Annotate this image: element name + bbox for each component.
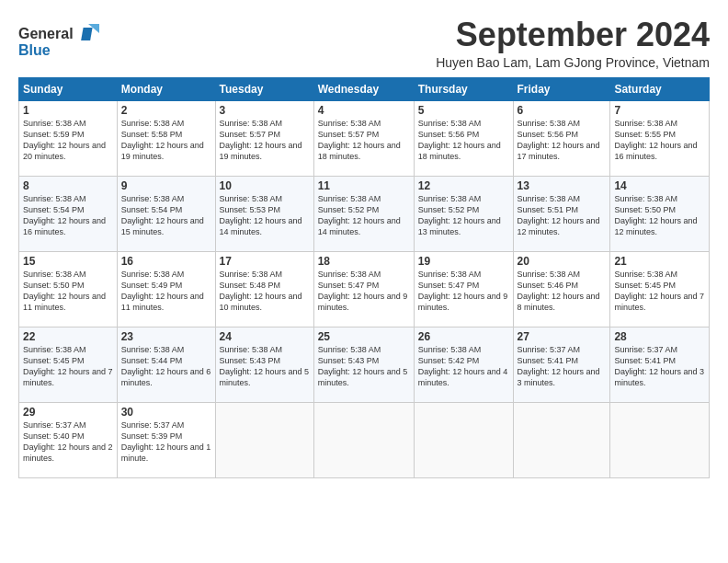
day-number: 14 bbox=[614, 179, 705, 192]
sunrise: Sunrise: 5:38 AM bbox=[614, 270, 677, 279]
day-cell: 16 Sunrise: 5:38 AM Sunset: 5:49 PM Dayl… bbox=[117, 251, 215, 327]
day-number: 24 bbox=[220, 330, 310, 343]
day-info: Sunrise: 5:37 AM Sunset: 5:39 PM Dayligh… bbox=[121, 419, 211, 465]
sunrise: Sunrise: 5:37 AM bbox=[23, 420, 86, 430]
sunset: Sunset: 5:40 PM bbox=[23, 431, 85, 441]
day-number: 21 bbox=[614, 255, 705, 268]
day-cell: 18 Sunrise: 5:38 AM Sunset: 5:47 PM Dayl… bbox=[313, 251, 414, 327]
daylight: Daylight: 12 hours and 15 minutes. bbox=[121, 216, 204, 236]
sunset: Sunset: 5:43 PM bbox=[318, 356, 380, 365]
day-info: Sunrise: 5:38 AM Sunset: 5:48 PM Dayligh… bbox=[220, 269, 310, 314]
svg-text:General: General bbox=[18, 26, 74, 41]
sunset: Sunset: 5:42 PM bbox=[418, 356, 480, 365]
month-title: September 2024 bbox=[436, 17, 710, 53]
day-cell: 12 Sunrise: 5:38 AM Sunset: 5:52 PM Dayl… bbox=[414, 176, 513, 251]
day-cell: 26 Sunrise: 5:38 AM Sunset: 5:42 PM Dayl… bbox=[414, 327, 513, 402]
sunset: Sunset: 5:49 PM bbox=[121, 281, 183, 290]
week-row-1: 1 Sunrise: 5:38 AM Sunset: 5:59 PM Dayli… bbox=[19, 100, 710, 176]
daylight: Daylight: 12 hours and 2 minutes. bbox=[23, 442, 113, 463]
day-number: 1 bbox=[23, 104, 113, 117]
sunset: Sunset: 5:45 PM bbox=[614, 281, 676, 290]
day-cell: 19 Sunrise: 5:38 AM Sunset: 5:47 PM Dayl… bbox=[414, 251, 513, 327]
sunset: Sunset: 5:44 PM bbox=[121, 356, 183, 365]
calendar-table: Sunday Monday Tuesday Wednesday Thursday… bbox=[18, 77, 710, 478]
day-number: 18 bbox=[318, 255, 410, 268]
sunset: Sunset: 5:54 PM bbox=[121, 205, 183, 214]
day-number: 30 bbox=[121, 406, 211, 419]
day-cell: 27 Sunrise: 5:37 AM Sunset: 5:41 PM Dayl… bbox=[513, 327, 610, 402]
sunrise: Sunrise: 5:38 AM bbox=[121, 270, 185, 279]
daylight: Daylight: 12 hours and 8 minutes. bbox=[518, 292, 600, 312]
day-info: Sunrise: 5:38 AM Sunset: 5:51 PM Dayligh… bbox=[518, 193, 607, 238]
day-number: 15 bbox=[23, 255, 113, 268]
daylight: Daylight: 12 hours and 11 minutes. bbox=[23, 292, 106, 312]
header-friday: Friday bbox=[513, 77, 610, 100]
day-cell: 8 Sunrise: 5:38 AM Sunset: 5:54 PM Dayli… bbox=[19, 176, 118, 251]
sunset: Sunset: 5:52 PM bbox=[418, 205, 480, 214]
sunset: Sunset: 5:41 PM bbox=[518, 356, 579, 365]
sunrise: Sunrise: 5:38 AM bbox=[23, 194, 86, 203]
day-info: Sunrise: 5:38 AM Sunset: 5:52 PM Dayligh… bbox=[318, 193, 410, 238]
sunset: Sunset: 5:56 PM bbox=[418, 130, 480, 139]
day-cell bbox=[215, 402, 313, 477]
day-number: 29 bbox=[23, 406, 113, 419]
day-info: Sunrise: 5:38 AM Sunset: 5:57 PM Dayligh… bbox=[220, 118, 310, 163]
calendar-body: 1 Sunrise: 5:38 AM Sunset: 5:59 PM Dayli… bbox=[19, 100, 710, 477]
page: General Blue September 2024 Huyen Bao La… bbox=[0, 0, 728, 489]
day-info: Sunrise: 5:37 AM Sunset: 5:41 PM Dayligh… bbox=[518, 344, 607, 389]
sunset: Sunset: 5:48 PM bbox=[220, 281, 281, 290]
day-info: Sunrise: 5:37 AM Sunset: 5:41 PM Dayligh… bbox=[614, 344, 705, 389]
sunrise: Sunrise: 5:38 AM bbox=[23, 270, 86, 279]
daylight: Daylight: 12 hours and 3 minutes. bbox=[518, 367, 600, 387]
sunrise: Sunrise: 5:38 AM bbox=[220, 119, 283, 128]
sunset: Sunset: 5:41 PM bbox=[614, 356, 676, 365]
sunset: Sunset: 5:57 PM bbox=[318, 130, 380, 139]
daylight: Daylight: 12 hours and 6 minutes. bbox=[121, 367, 211, 387]
sunset: Sunset: 5:57 PM bbox=[220, 130, 281, 139]
calendar-header: Sunday Monday Tuesday Wednesday Thursday… bbox=[19, 77, 710, 100]
day-info: Sunrise: 5:38 AM Sunset: 5:47 PM Dayligh… bbox=[418, 269, 509, 314]
day-number: 5 bbox=[418, 104, 509, 117]
daylight: Daylight: 12 hours and 5 minutes. bbox=[318, 367, 408, 387]
sunset: Sunset: 5:58 PM bbox=[121, 130, 183, 139]
day-number: 22 bbox=[23, 330, 113, 343]
day-cell: 1 Sunrise: 5:38 AM Sunset: 5:59 PM Dayli… bbox=[19, 100, 118, 176]
day-cell: 9 Sunrise: 5:38 AM Sunset: 5:54 PM Dayli… bbox=[117, 176, 215, 251]
day-number: 9 bbox=[121, 179, 211, 192]
daylight: Daylight: 12 hours and 1 minute. bbox=[121, 442, 211, 463]
daylight: Daylight: 12 hours and 4 minutes. bbox=[418, 367, 508, 387]
day-cell: 20 Sunrise: 5:38 AM Sunset: 5:46 PM Dayl… bbox=[513, 251, 610, 327]
sunset: Sunset: 5:56 PM bbox=[518, 130, 579, 139]
day-info: Sunrise: 5:38 AM Sunset: 5:49 PM Dayligh… bbox=[121, 269, 211, 314]
title-block: September 2024 Huyen Bao Lam, Lam GJong … bbox=[436, 17, 710, 70]
subtitle: Huyen Bao Lam, Lam GJong Province, Vietn… bbox=[436, 55, 710, 70]
sunset: Sunset: 5:52 PM bbox=[318, 205, 380, 214]
day-cell: 5 Sunrise: 5:38 AM Sunset: 5:56 PM Dayli… bbox=[414, 100, 513, 176]
day-number: 2 bbox=[121, 104, 211, 117]
sunrise: Sunrise: 5:37 AM bbox=[121, 420, 185, 430]
day-cell bbox=[610, 402, 710, 477]
day-number: 4 bbox=[318, 104, 410, 117]
day-info: Sunrise: 5:38 AM Sunset: 5:43 PM Dayligh… bbox=[220, 344, 310, 389]
header-saturday: Saturday bbox=[610, 77, 710, 100]
day-info: Sunrise: 5:38 AM Sunset: 5:58 PM Dayligh… bbox=[121, 118, 211, 163]
day-number: 20 bbox=[518, 255, 607, 268]
sunset: Sunset: 5:54 PM bbox=[23, 205, 85, 214]
sunrise: Sunrise: 5:38 AM bbox=[318, 270, 381, 279]
day-info: Sunrise: 5:38 AM Sunset: 5:59 PM Dayligh… bbox=[23, 118, 113, 163]
daylight: Daylight: 12 hours and 18 minutes. bbox=[418, 141, 501, 161]
sunrise: Sunrise: 5:37 AM bbox=[518, 345, 581, 354]
day-cell bbox=[513, 402, 610, 477]
header: General Blue September 2024 Huyen Bao La… bbox=[18, 17, 710, 70]
sunset: Sunset: 5:47 PM bbox=[318, 281, 380, 290]
daylight: Daylight: 12 hours and 12 minutes. bbox=[518, 216, 600, 236]
daylight: Daylight: 12 hours and 9 minutes. bbox=[418, 292, 508, 312]
sunrise: Sunrise: 5:38 AM bbox=[318, 119, 381, 128]
day-info: Sunrise: 5:38 AM Sunset: 5:56 PM Dayligh… bbox=[518, 118, 607, 163]
day-number: 10 bbox=[220, 179, 310, 192]
day-info: Sunrise: 5:38 AM Sunset: 5:53 PM Dayligh… bbox=[220, 193, 310, 238]
daylight: Daylight: 12 hours and 19 minutes. bbox=[121, 141, 204, 161]
day-info: Sunrise: 5:38 AM Sunset: 5:57 PM Dayligh… bbox=[318, 118, 410, 163]
day-cell: 30 Sunrise: 5:37 AM Sunset: 5:39 PM Dayl… bbox=[117, 402, 215, 477]
day-number: 23 bbox=[121, 330, 211, 343]
